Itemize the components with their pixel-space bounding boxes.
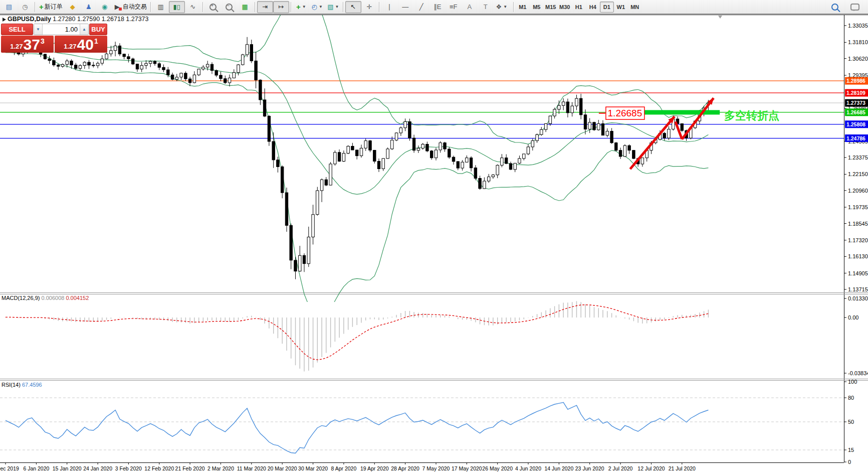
chart-menu-icon[interactable] [3, 18, 6, 22]
news-icon: ◉ [102, 3, 107, 11]
timeframe-D1-button[interactable]: D1 [600, 2, 614, 13]
svg-text:1.28109: 1.28109 [846, 90, 865, 96]
volume-input[interactable] [43, 24, 80, 35]
trendline-button[interactable]: ╱ [413, 1, 429, 13]
sell-price[interactable]: 1.27 37 3 [1, 36, 54, 53]
rsi-value: 67.4596 [22, 382, 42, 388]
crosshair-button[interactable]: ✛ [361, 1, 377, 13]
zoom-in-icon: + [209, 4, 216, 11]
macd-value: 0.006008 [41, 295, 64, 301]
svg-text:1.31810: 1.31810 [848, 39, 868, 45]
tick-chart-icon: ◷ [22, 3, 28, 11]
equidistant-channel-icon: ∥E [433, 3, 441, 11]
vertical-line-button[interactable]: ∣ [381, 1, 397, 13]
svg-text:1.17320: 1.17320 [848, 237, 868, 243]
timeframe-M30-button[interactable]: M30 [558, 2, 572, 13]
buy-price-small: 1.27 [64, 43, 76, 50]
tile-windows-button[interactable]: ▦ [237, 1, 253, 13]
timeframe-W1-button[interactable]: W1 [614, 2, 628, 13]
ohlc-quotes: 1.27280 1.27590 1.26718 1.27373 [53, 16, 148, 23]
autotrading-off-badge [119, 8, 122, 11]
chevron-down-icon: ▼ [319, 5, 323, 9]
zoom-out-button[interactable]: − [221, 1, 237, 13]
cursor-button[interactable]: ↖ [345, 1, 361, 13]
toolbar-buttons: ▤◷+新订单◆♟◉▶自动交易▥▮▯∿+−▦⇥↦+▼◴▼▧▼↖✛∣—╱∥E≡FAT… [1, 1, 510, 13]
volume-increase-button[interactable]: ▲ [80, 24, 88, 35]
svg-text:1.22150: 1.22150 [848, 171, 868, 177]
timeframe-H1-button[interactable]: H1 [572, 2, 586, 13]
chart-surface[interactable]: 1.330351.318101.306201.293951.269801.245… [0, 14, 868, 475]
svg-text:21 Jul 2020: 21 Jul 2020 [669, 465, 696, 471]
vertical-line-icon: ∣ [388, 3, 391, 11]
new-order-label: 新订单 [45, 3, 63, 11]
buy-button[interactable]: BUY [89, 24, 107, 35]
svg-text:1.14905: 1.14905 [848, 270, 868, 276]
svg-text:2 Jul 2020: 2 Jul 2020 [608, 465, 633, 471]
search-button[interactable] [827, 1, 843, 13]
community-button[interactable]: ♟ [81, 1, 97, 13]
bar-chart-icon: ▥ [158, 3, 164, 11]
line-chart-button[interactable]: ∿ [185, 1, 201, 13]
svg-text:1.24786: 1.24786 [846, 135, 865, 141]
text-icon: A [467, 3, 472, 11]
chart-background [0, 14, 868, 475]
svg-text:24 Jan 2020: 24 Jan 2020 [83, 465, 112, 471]
autotrading-button[interactable]: ▶自动交易 [113, 1, 149, 13]
chart-shift-button[interactable]: ↦ [273, 1, 289, 13]
svg-text:26 May 2020: 26 May 2020 [482, 465, 513, 471]
timeframe-M5-button[interactable]: M5 [530, 2, 544, 13]
templates-button[interactable]: ▧▼ [325, 1, 341, 13]
svg-text:17 May 2020: 17 May 2020 [452, 465, 482, 471]
auto-scroll-button[interactable]: ⇥ [257, 1, 273, 13]
sell-button[interactable]: SELL [1, 24, 33, 35]
timeframe-M1-button[interactable]: M1 [516, 2, 530, 13]
candlestick-chart-button[interactable]: ▮▯ [169, 1, 185, 13]
new-chart-button[interactable]: ▤ [1, 1, 17, 13]
toolbar-right [827, 1, 867, 13]
timeframe-M15-button[interactable]: M15 [544, 2, 558, 13]
chevron-down-icon: ▼ [335, 5, 339, 9]
svg-text:28 Apr 2020: 28 Apr 2020 [391, 465, 419, 471]
chat-button[interactable] [847, 1, 863, 13]
svg-text:7 Dec 2019: 7 Dec 2019 [0, 465, 19, 471]
text-label-icon: T [484, 3, 488, 11]
svg-text:1.19735: 1.19735 [848, 204, 868, 210]
svg-text:14 Jun 2020: 14 Jun 2020 [544, 465, 573, 471]
volume-decrease-button[interactable]: ▼ [34, 24, 43, 35]
svg-text:19 Apr 2020: 19 Apr 2020 [360, 465, 389, 471]
buy-price[interactable]: 1.27 40 1 [55, 36, 107, 53]
equidistant-channel-button[interactable]: ∥E [429, 1, 446, 13]
svg-text:1.33035: 1.33035 [848, 23, 868, 29]
svg-text:11 Mar 2020: 11 Mar 2020 [237, 465, 266, 471]
rsi-name: RSI(14) [2, 382, 21, 388]
fibonacci-button[interactable]: ≡F [446, 1, 462, 13]
zoom-in-button[interactable]: + [205, 1, 221, 13]
toolbar: ▤◷+新订单◆♟◉▶自动交易▥▮▯∿+−▦⇥↦+▼◴▼▧▼↖✛∣—╱∥E≡FAT… [0, 0, 868, 14]
svg-text:1.20960: 1.20960 [848, 188, 868, 194]
svg-text:1.13715: 1.13715 [848, 286, 868, 292]
line-chart-icon: ∿ [190, 3, 195, 11]
triangle-down-icon: ▼ [36, 27, 40, 32]
bar-chart-button[interactable]: ▥ [153, 1, 169, 13]
svg-text:15 Jan 2020: 15 Jan 2020 [53, 465, 82, 471]
metaeditor-button[interactable]: ◆ [65, 1, 81, 13]
tick-chart-button[interactable]: ◷ [17, 1, 33, 13]
timeframe-MN-button[interactable]: MN [628, 2, 642, 13]
new-order-button[interactable]: +新订单 [37, 1, 65, 13]
arrows-button[interactable]: ❖▼ [494, 1, 510, 13]
sell-price-small: 1.27 [10, 43, 23, 50]
buy-price-big: 40 [77, 37, 94, 52]
sell-price-big: 37 [24, 37, 40, 52]
text-button[interactable]: A [462, 1, 478, 13]
turning-point-note: 多空转折点 [724, 109, 779, 122]
news-button[interactable]: ◉ [97, 1, 113, 13]
svg-text:12 Feb 2020: 12 Feb 2020 [144, 465, 174, 471]
metaeditor-icon: ◆ [70, 3, 75, 11]
text-label-button[interactable]: T [478, 1, 494, 13]
timeframe-H4-button[interactable]: H4 [586, 2, 600, 13]
toolbar-separator [150, 2, 151, 12]
periods-button[interactable]: ◴▼ [309, 1, 325, 13]
horizontal-line-button[interactable]: — [397, 1, 413, 13]
indicators-button[interactable]: +▼ [293, 1, 309, 13]
svg-text:0: 0 [848, 459, 851, 465]
